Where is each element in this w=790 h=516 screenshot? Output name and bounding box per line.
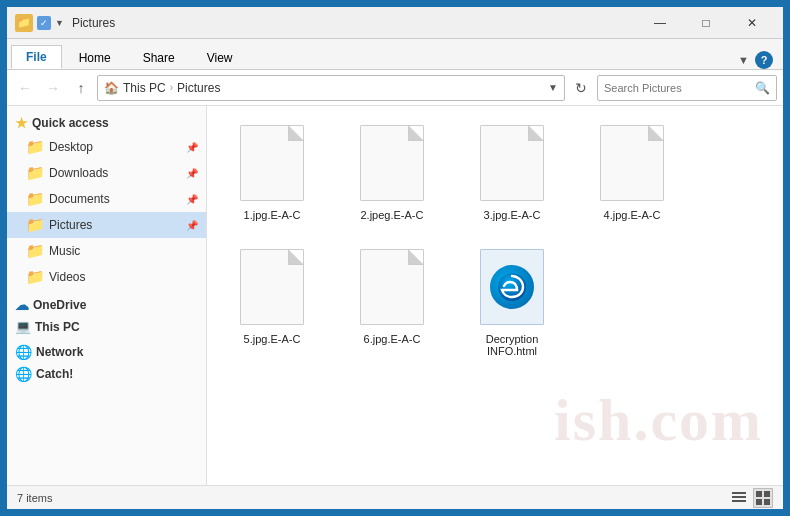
- item-count: 7 items: [17, 492, 52, 504]
- address-bar-row: ← → ↑ 🏠 This PC › Pictures ▼ ↻ 🔍: [7, 70, 783, 106]
- search-box[interactable]: 🔍: [597, 75, 777, 101]
- close-button[interactable]: ✕: [729, 7, 775, 39]
- minimize-button[interactable]: —: [637, 7, 683, 39]
- documents-pin-icon: 📌: [186, 194, 198, 205]
- quick-access-label: Quick access: [32, 116, 109, 130]
- edge-file-container: [480, 249, 544, 325]
- edge-logo-icon: [490, 265, 534, 309]
- files-grid: 1.jpg.E-A-C 2.jpeg.E-A-C: [217, 116, 773, 366]
- quick-access-star-icon: ★: [15, 115, 28, 131]
- catch-icon: 🌐: [15, 366, 32, 382]
- network-icon: 🌐: [15, 344, 32, 360]
- svg-rect-1: [732, 492, 746, 494]
- sidebar-item-downloads[interactable]: 📁 Downloads 📌: [7, 160, 206, 186]
- tab-view[interactable]: View: [192, 46, 248, 69]
- documents-folder-icon: 📁: [27, 191, 43, 207]
- svg-rect-6: [756, 499, 762, 505]
- crumb-pictures[interactable]: Pictures: [177, 81, 220, 95]
- crumb-thispc[interactable]: This PC: [123, 81, 166, 95]
- address-bar[interactable]: 🏠 This PC › Pictures ▼: [97, 75, 565, 101]
- file-item-2[interactable]: 2.jpeg.E-A-C: [337, 116, 447, 230]
- svg-rect-5: [764, 491, 770, 497]
- tab-file[interactable]: File: [11, 45, 62, 69]
- music-folder-icon: 📁: [27, 243, 43, 259]
- file-item-5[interactable]: 5.jpg.E-A-C: [217, 240, 327, 366]
- svg-rect-7: [764, 499, 770, 505]
- ribbon-tabs: File Home Share View ▼ ?: [7, 39, 783, 69]
- svg-rect-2: [732, 496, 746, 498]
- qat-folder-icon: 📁: [15, 14, 33, 32]
- sidebar-item-videos[interactable]: 📁 Videos: [7, 264, 206, 290]
- address-dropdown-icon[interactable]: ▼: [548, 82, 558, 93]
- tab-home[interactable]: Home: [64, 46, 126, 69]
- sidebar-item-music-label: Music: [49, 244, 80, 258]
- forward-button[interactable]: →: [41, 76, 65, 100]
- sidebar-onedrive[interactable]: ☁ OneDrive: [7, 294, 206, 316]
- file-item-3[interactable]: 3.jpg.E-A-C: [457, 116, 567, 230]
- desktop-pin-icon: 📌: [186, 142, 198, 153]
- sidebar-item-documents[interactable]: 📁 Documents 📌: [7, 186, 206, 212]
- sidebar-item-pictures-label: Pictures: [49, 218, 92, 232]
- view-controls: [729, 488, 773, 508]
- file-label-5: 5.jpg.E-A-C: [244, 333, 301, 345]
- status-bar: 7 items: [7, 485, 783, 509]
- qat-dropdown[interactable]: ▼: [55, 18, 64, 28]
- file-page-5: [240, 249, 304, 325]
- sidebar-item-pictures[interactable]: 📁 Pictures 📌: [7, 212, 206, 238]
- search-icon: 🔍: [755, 81, 770, 95]
- downloads-folder-icon: 📁: [27, 165, 43, 181]
- qat-check-btn[interactable]: ✓: [37, 16, 51, 30]
- sidebar-thispc[interactable]: 💻 This PC: [7, 316, 206, 337]
- file-icon-3: [476, 125, 548, 205]
- file-label-6: 6.jpg.E-A-C: [364, 333, 421, 345]
- title-bar: 📁 ✓ ▼ Pictures — □ ✕: [7, 7, 783, 39]
- sidebar: ★ Quick access 📁 Desktop 📌 📁 Downloads 📌…: [7, 106, 207, 485]
- desktop-folder-icon: 📁: [27, 139, 43, 155]
- help-icon[interactable]: ?: [755, 51, 773, 69]
- file-fold-6: [409, 250, 423, 264]
- file-item-6[interactable]: 6.jpg.E-A-C: [337, 240, 447, 366]
- sidebar-network[interactable]: 🌐 Network: [7, 341, 206, 363]
- videos-folder-icon: 📁: [27, 269, 43, 285]
- file-icon-6: [356, 249, 428, 329]
- home-crumb-icon: 🏠: [104, 81, 119, 95]
- search-input[interactable]: [604, 82, 751, 94]
- file-item-4[interactable]: 4.jpg.E-A-C: [577, 116, 687, 230]
- file-label-7: DecryptionINFO.html: [486, 333, 539, 357]
- file-explorer-window: 📁 ✓ ▼ Pictures — □ ✕ File Home Share Vie…: [5, 5, 785, 511]
- file-label-3: 3.jpg.E-A-C: [484, 209, 541, 221]
- file-icon-7: [476, 249, 548, 329]
- list-view-button[interactable]: [729, 488, 749, 508]
- sidebar-catch-label: Catch!: [36, 367, 73, 381]
- sidebar-item-music[interactable]: 📁 Music: [7, 238, 206, 264]
- ribbon-collapse-icon[interactable]: ▼: [738, 54, 749, 66]
- file-item-7[interactable]: DecryptionINFO.html: [457, 240, 567, 366]
- svg-rect-4: [756, 491, 762, 497]
- up-button[interactable]: ↑: [69, 76, 93, 100]
- large-icon-view-button[interactable]: [753, 488, 773, 508]
- file-area: ish.com 1.jpg.E-A-C: [207, 106, 783, 485]
- tab-share[interactable]: Share: [128, 46, 190, 69]
- file-page-6: [360, 249, 424, 325]
- refresh-button[interactable]: ↻: [569, 76, 593, 100]
- file-fold-2: [409, 126, 423, 140]
- file-label-4: 4.jpg.E-A-C: [604, 209, 661, 221]
- sidebar-catch[interactable]: 🌐 Catch!: [7, 363, 206, 385]
- file-icon-4: [596, 125, 668, 205]
- watermark: ish.com: [554, 386, 763, 455]
- window-title: Pictures: [72, 16, 637, 30]
- file-label-2: 2.jpeg.E-A-C: [361, 209, 424, 221]
- file-item-1[interactable]: 1.jpg.E-A-C: [217, 116, 327, 230]
- file-page-2: [360, 125, 424, 201]
- sidebar-onedrive-label: OneDrive: [33, 298, 86, 312]
- sidebar-thispc-label: This PC: [35, 320, 80, 334]
- file-fold-4: [649, 126, 663, 140]
- maximize-button[interactable]: □: [683, 7, 729, 39]
- back-button[interactable]: ←: [13, 76, 37, 100]
- sidebar-item-desktop-label: Desktop: [49, 140, 93, 154]
- pictures-pin-icon: 📌: [186, 220, 198, 231]
- sidebar-item-desktop[interactable]: 📁 Desktop 📌: [7, 134, 206, 160]
- file-fold-5: [289, 250, 303, 264]
- file-icon-2: [356, 125, 428, 205]
- breadcrumb: This PC › Pictures: [123, 81, 220, 95]
